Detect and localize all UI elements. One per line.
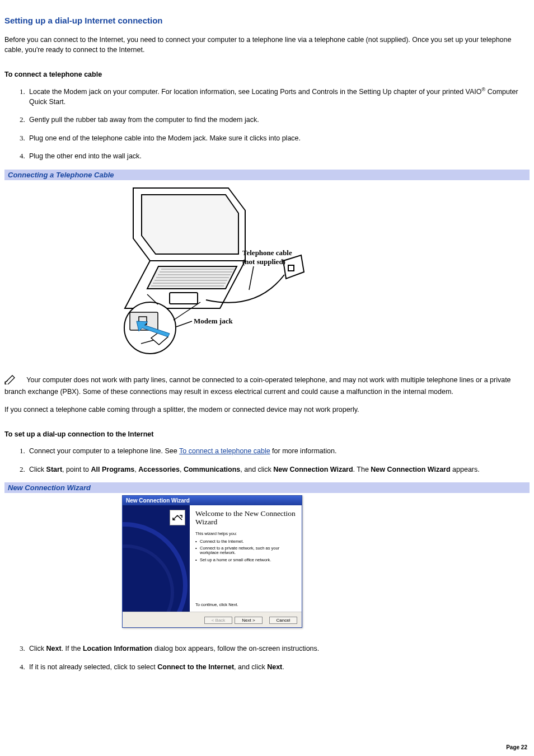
svg-rect-8 [288,265,294,271]
connect-cable-steps: Locate the Modem jack on your computer. … [4,86,530,162]
step: Connect your computer to a telephone lin… [27,446,530,457]
wizard-cancel-button[interactable]: Cancel [269,617,297,624]
laptop-diagram-svg: Telephone cable (not supplied) Modem jac… [116,182,318,356]
wizard-back-button: < Back [204,617,232,624]
step: Click Next. If the Location Information … [27,644,530,654]
step: Gently pull the rubber tab away from the… [27,115,530,125]
cable-label-2: (not supplied) [242,257,285,266]
step: Locate the Modem jack on your computer. … [27,86,530,107]
wizard-screenshot: New Connection Wizard Welcome to the New… [122,495,530,628]
wizard-next-button[interactable]: Next > [235,617,263,624]
svg-rect-0 [170,293,198,304]
wizard-connection-icon [170,510,185,525]
step: Click Start, point to All Programs, Acce… [27,464,530,475]
section-title: Setting up a dial-up Internet connection [4,16,530,25]
link-connect-telephone-cable[interactable]: To connect a telephone cable [179,447,270,455]
step: If it is not already selected, click to … [27,662,530,673]
sub-heading-dialup: To set up a dial-up connection to the In… [4,430,530,438]
pencil-note-icon [4,374,17,388]
wizard-bullet-list: Connect to the Internet. Connect to a pr… [195,539,296,562]
cable-label-1: Telephone cable [242,248,292,257]
modem-jack-label: Modem jack [194,317,233,325]
wizard-bullet: Connect to a private network, such as yo… [195,546,296,556]
step: Plug the other end into the wall jack. [27,151,530,162]
svg-line-16 [176,321,192,327]
wizard-subtext: This wizard helps you: [195,531,296,536]
figure-caption-wizard: New Connection Wizard [4,482,530,493]
sub-heading-connect-cable: To connect a telephone cable [4,71,530,78]
wizard-bullet: Set up a home or small office network. [195,558,296,562]
dialup-steps: Connect your computer to a telephone lin… [4,446,530,475]
step: Plug one end of the telephone cable into… [27,133,530,144]
note-paragraph: Your computer does not work with party l… [4,374,530,397]
note-paragraph-2: If you connect a telephone cable coming … [4,405,530,415]
wizard-heading: Welcome to the New Connection Wizard [195,510,296,527]
wizard-bullet: Connect to the Internet. [195,539,296,544]
wizard-continue-text: To continue, click Next. [195,602,238,607]
figure-telephone-cable: Telephone cable (not supplied) Modem jac… [4,182,530,358]
intro-paragraph: Before you can connect to the Internet, … [4,35,530,55]
wizard-titlebar: New Connection Wizard [123,496,302,505]
figure-caption: Connecting a Telephone Cable [4,170,530,180]
wizard-sidebar-graphic [123,505,190,612]
dialup-steps-continued: Click Next. If the Location Information … [4,644,530,672]
svg-line-9 [249,266,254,290]
